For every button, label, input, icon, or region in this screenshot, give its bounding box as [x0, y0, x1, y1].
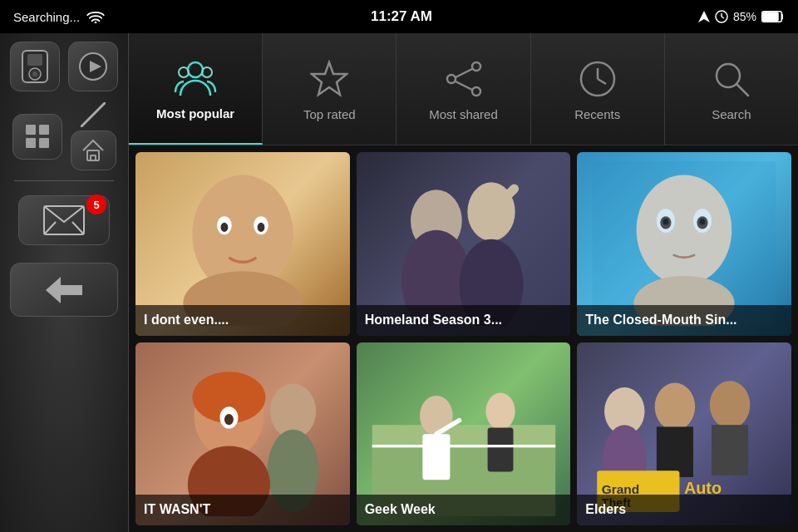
svg-rect-72: [487, 427, 513, 471]
sidebar-middle-row: [12, 102, 116, 170]
sidebar-divider: [14, 180, 114, 181]
status-left: Searching...: [13, 10, 105, 24]
battery-icon: [761, 11, 785, 22]
svg-line-32: [456, 69, 472, 77]
svg-point-25: [188, 62, 203, 77]
video-title-5: Geek Week: [357, 495, 571, 525]
top-rated-icon-container: [308, 57, 351, 101]
svg-marker-24: [46, 277, 82, 303]
mail-icon: [43, 205, 85, 235]
thumb-art-1: [146, 161, 339, 326]
thumb-art-6: Grand Theft Auto: [588, 352, 781, 516]
svg-rect-15: [39, 125, 49, 135]
svg-point-62: [224, 413, 234, 424]
video-card-4[interactable]: IT WASN'T: [135, 342, 350, 526]
svg-point-76: [655, 382, 696, 430]
people-icon: [174, 59, 217, 97]
svg-line-33: [456, 81, 472, 90]
back-button[interactable]: [10, 263, 118, 317]
tab-recents-label: Recents: [574, 107, 620, 121]
star-icon: [310, 60, 348, 98]
grid-icon: [25, 124, 50, 149]
svg-marker-1: [698, 11, 710, 22]
sidebar: 5: [0, 33, 129, 532]
svg-rect-79: [712, 425, 748, 475]
search-icon: [712, 60, 751, 98]
tab-most-popular[interactable]: Most popular: [129, 33, 263, 145]
grid-button[interactable]: [12, 114, 62, 160]
svg-line-23: [72, 222, 84, 234]
thumb-art-2: [367, 161, 560, 326]
most-popular-icon-container: [174, 57, 217, 100]
main-container: 5: [0, 33, 798, 532]
svg-text:Grand: Grand: [602, 481, 639, 495]
play-button[interactable]: [68, 42, 118, 91]
svg-line-38: [736, 84, 748, 96]
back-icon: [46, 275, 82, 305]
svg-line-36: [598, 79, 606, 84]
status-right: 85%: [698, 10, 785, 23]
sidebar-top-row: [10, 42, 118, 91]
tab-search-label: Search: [712, 107, 751, 121]
svg-marker-28: [312, 62, 347, 95]
status-bar: Searching... 11:27 AM 85%: [0, 0, 798, 33]
video-title-2: Homeland Season 3...: [357, 305, 571, 336]
svg-rect-9: [27, 54, 42, 66]
wifi-icon: [86, 10, 105, 23]
tab-most-popular-label: Most popular: [156, 106, 234, 121]
svg-rect-67: [372, 425, 554, 448]
clock-icon: [715, 10, 728, 23]
svg-rect-69: [422, 434, 450, 480]
tab-most-shared-label: Most shared: [429, 107, 498, 121]
search-icon-container: [710, 57, 753, 101]
tabs-bar: Most popular Top rated: [129, 33, 798, 145]
svg-rect-17: [39, 138, 49, 148]
svg-line-18: [81, 102, 106, 127]
home-button[interactable]: [71, 131, 116, 170]
svg-rect-14: [26, 125, 36, 135]
svg-point-31: [472, 87, 480, 96]
play-icon: [78, 52, 108, 81]
status-time: 11:27 AM: [371, 8, 432, 25]
svg-rect-6: [763, 12, 778, 21]
thumb-art-3: [588, 161, 781, 326]
ipod-button[interactable]: [10, 42, 60, 91]
ipod-icon: [21, 49, 49, 84]
video-card-2[interactable]: Homeland Season 3...: [357, 152, 571, 336]
location-icon: [698, 11, 710, 22]
tab-recents[interactable]: Recents: [531, 33, 665, 145]
content-area: Most popular Top rated: [129, 33, 798, 532]
carrier-text: Searching...: [13, 10, 80, 24]
svg-point-0: [95, 22, 97, 23]
svg-point-29: [472, 62, 480, 71]
tab-search[interactable]: Search: [665, 33, 798, 145]
video-card-5[interactable]: Geek Week: [357, 342, 571, 526]
battery-text: 85%: [733, 10, 756, 23]
svg-point-42: [220, 223, 228, 232]
video-grid: I dont even.... Homeland Season 3...: [129, 145, 798, 532]
tab-most-shared[interactable]: Most shared: [397, 33, 530, 145]
svg-rect-58: [593, 161, 776, 326]
video-title-6: Elders: [577, 495, 791, 525]
share-icon: [445, 60, 483, 98]
home-icon: [81, 139, 105, 162]
svg-line-4: [722, 17, 724, 18]
svg-point-78: [710, 381, 751, 428]
svg-line-22: [44, 222, 56, 234]
video-card-6[interactable]: Grand Theft Auto Elders: [577, 342, 791, 526]
svg-rect-77: [657, 426, 693, 477]
svg-point-11: [32, 71, 37, 76]
thumb-art-4: [146, 352, 339, 516]
video-title-1: I dont even....: [135, 305, 350, 336]
svg-rect-16: [26, 138, 36, 148]
video-card-1[interactable]: I dont even....: [135, 152, 350, 336]
tab-top-rated-label: Top rated: [303, 107, 356, 121]
svg-point-71: [485, 392, 515, 429]
mail-badge: 5: [86, 195, 106, 214]
svg-point-68: [420, 395, 453, 436]
tab-top-rated[interactable]: Top rated: [263, 33, 397, 145]
clock-tab-icon: [579, 60, 617, 98]
svg-text:Auto: Auto: [684, 478, 722, 496]
video-card-3[interactable]: The Closed-Mouth Sin...: [577, 152, 791, 336]
video-title-4: IT WASN'T: [135, 495, 350, 525]
